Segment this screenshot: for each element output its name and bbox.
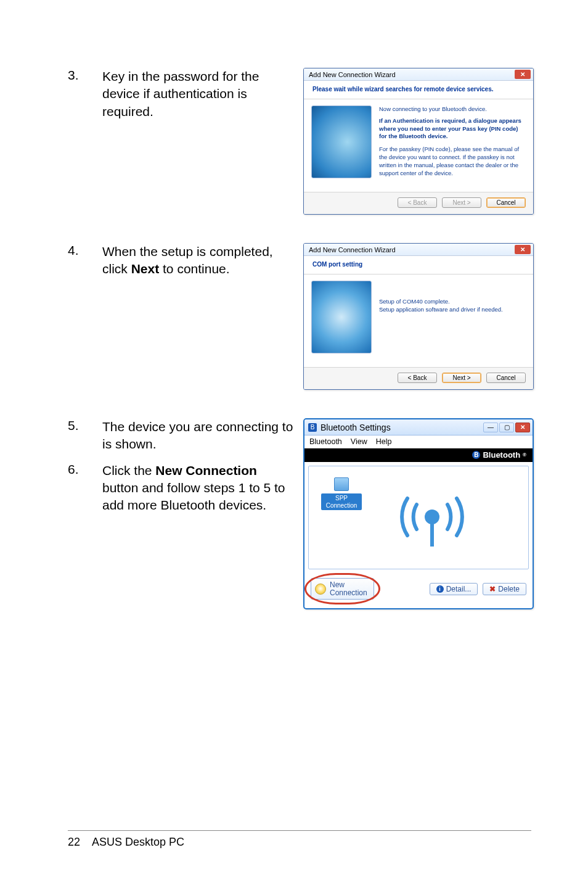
device-canvas: SPP Connection — [308, 466, 529, 569]
bluetooth-logo-icon: B — [472, 451, 480, 459]
delete-button[interactable]: ✖ Delete — [483, 583, 526, 595]
wizard-strong-text: If an Authentication is required, a dial… — [379, 117, 526, 141]
next-button: Next > — [442, 197, 481, 208]
detail-button[interactable]: i Detail... — [430, 583, 478, 595]
close-icon[interactable]: ✕ — [515, 423, 530, 432]
page-number: 22 — [68, 836, 80, 848]
bluetooth-branding: B Bluetooth® — [304, 448, 533, 462]
delete-icon: ✖ — [489, 585, 496, 593]
step-6-text: Click the New Connection button and foll… — [102, 462, 293, 514]
new-connection-button[interactable]: New Connection — [311, 578, 374, 600]
close-icon[interactable]: ✕ — [515, 70, 531, 79]
cancel-button[interactable]: Cancel — [486, 373, 526, 383]
new-connection-label: Connection — [330, 589, 367, 597]
spp-device[interactable]: SPP Connection — [321, 477, 362, 510]
step-number: 4. — [68, 243, 92, 258]
wizard-line: Setup of COM40 complete. — [379, 298, 503, 306]
back-button: < Back — [398, 197, 437, 208]
back-button[interactable]: < Back — [398, 373, 437, 383]
menu-bar: Bluetooth View Help — [304, 435, 533, 448]
wizard-illustration — [311, 105, 372, 178]
step-number: 5. — [68, 418, 92, 453]
step-text-bold: Next — [131, 262, 160, 276]
wizard-illustration — [311, 281, 372, 353]
wizard-header: COM port setting — [304, 256, 533, 274]
step-text-part: Click the — [102, 463, 155, 477]
delete-label: Delete — [498, 585, 520, 593]
next-button[interactable]: Next > — [442, 373, 481, 383]
new-connection-icon — [315, 584, 326, 595]
device-label: Connection — [321, 502, 362, 510]
wizard-title: Add New Connection Wizard — [309, 246, 396, 254]
bluetooth-icon: B — [308, 423, 317, 432]
svg-rect-1 — [430, 523, 434, 547]
step-5-text: The device you are connecting to is show… — [102, 418, 293, 453]
step-4-text: When the setup is completed, click Next … — [102, 243, 293, 278]
menu-view[interactable]: View — [351, 437, 367, 446]
wizard-line: Now connecting to your Bluetooth device. — [379, 105, 526, 113]
minimize-icon[interactable]: — — [483, 423, 498, 432]
wizard-header: Please wait while wizard searches for re… — [304, 81, 533, 99]
info-icon: i — [436, 585, 444, 593]
detail-label: Detail... — [446, 585, 472, 593]
new-connection-label: New — [330, 581, 367, 589]
menu-help[interactable]: Help — [376, 437, 392, 446]
bluetooth-settings-window: B Bluetooth Settings — ▢ ✕ Bluetooth Vie… — [303, 418, 534, 609]
wizard-line: For the passkey (PIN code), please see t… — [379, 146, 526, 177]
signal-icon — [389, 480, 475, 556]
close-icon[interactable]: ✕ — [515, 245, 531, 254]
device-label: SPP — [321, 495, 362, 502]
step-text-bold: New Connection — [155, 463, 257, 477]
wizard-comport-dialog: Add New Connection Wizard ✕ COM port set… — [303, 243, 534, 390]
wizard-line: Setup application software and driver if… — [379, 306, 503, 314]
step-number: 6. — [68, 462, 92, 514]
device-icon — [334, 477, 349, 491]
step-text-part: to continue. — [159, 262, 229, 276]
wizard-title: Add New Connection Wizard — [309, 71, 396, 78]
step-3-text: Key in the password for the device if au… — [102, 68, 293, 120]
svg-point-0 — [425, 510, 439, 524]
menu-bluetooth[interactable]: Bluetooth — [309, 437, 342, 446]
wizard-auth-dialog: Add New Connection Wizard ✕ Please wait … — [303, 68, 534, 215]
step-number: 3. — [68, 68, 92, 83]
brand-label: Bluetooth — [483, 450, 520, 460]
footer-title: ASUS Desktop PC — [92, 836, 184, 848]
cancel-button[interactable]: Cancel — [486, 197, 526, 208]
maximize-icon[interactable]: ▢ — [499, 423, 514, 432]
window-title: Bluetooth Settings — [321, 423, 391, 432]
step-text-part: button and follow steps 1 to 5 to add mo… — [102, 481, 285, 512]
